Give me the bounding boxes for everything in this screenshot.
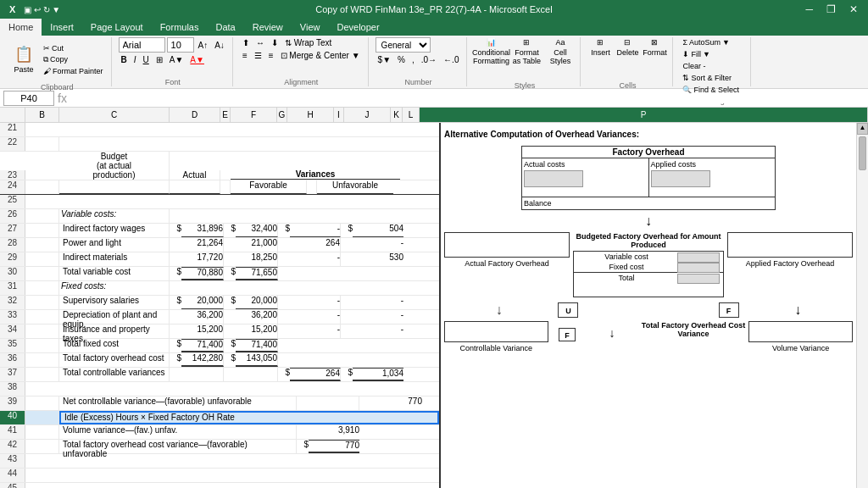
col-header-e[interactable]: E	[220, 108, 231, 122]
cell-37-favorable[interactable]: 264	[290, 368, 341, 381]
cell-34-s3[interactable]	[278, 324, 290, 338]
cell-23-c[interactable]: Budget(at actualproduction)	[59, 152, 170, 180]
cell-35-budget[interactable]: 71,400	[181, 339, 224, 352]
cell-30-budget[interactable]: 70,880	[181, 267, 224, 280]
scroll-up-button[interactable]: ▲	[857, 123, 868, 135]
cell-36-label[interactable]: Total factory overhead cost	[59, 353, 170, 367]
cell-26-b[interactable]	[25, 209, 59, 223]
cell-40-label[interactable]: Idle (Excess) Hours × Fixed Factory OH R…	[59, 411, 439, 424]
cell-35-rest[interactable]	[278, 339, 439, 352]
cell-27-dollar1[interactable]: $	[170, 224, 181, 237]
cell-39-s4[interactable]	[359, 396, 371, 410]
cell-32-actual[interactable]: 20,000	[236, 296, 278, 309]
cell-34-s1[interactable]	[170, 324, 181, 338]
cell-34-s4[interactable]	[341, 324, 353, 338]
cell-36-rest[interactable]	[278, 353, 439, 367]
cell-37-label[interactable]: Total controllable variances	[59, 368, 170, 381]
underline-button[interactable]: U	[141, 54, 152, 65]
formula-input[interactable]	[70, 93, 865, 103]
cell-26-rest[interactable]	[170, 209, 439, 223]
cell-29-s3[interactable]	[278, 252, 290, 266]
cell-28-label[interactable]: Power and light	[59, 238, 170, 252]
cell-35-b[interactable]	[25, 339, 59, 352]
cell-28-unfavorable[interactable]: -	[353, 238, 403, 252]
cell-28-s1[interactable]	[170, 238, 181, 252]
cell-36-budget[interactable]: 142,280	[181, 353, 224, 367]
wrap-text-button[interactable]: ⇅ Wrap Text	[282, 37, 334, 48]
col-header-l[interactable]: L	[403, 108, 420, 122]
cell-31-rest[interactable]	[170, 281, 439, 295]
cell-37-b[interactable]	[25, 368, 59, 381]
cell-37-budget[interactable]	[181, 368, 224, 381]
cell-28-b[interactable]	[25, 238, 59, 252]
cell-33-s2[interactable]	[224, 310, 236, 324]
cell-22-b[interactable]	[25, 137, 59, 151]
cut-button[interactable]: ✂ Cut	[41, 43, 106, 53]
align-top-button[interactable]: ⬆	[240, 37, 252, 48]
font-name-input[interactable]	[119, 37, 165, 53]
cell-30-rest[interactable]	[278, 267, 439, 280]
col-header-i[interactable]: I	[334, 108, 344, 122]
cell-29-s1[interactable]	[170, 252, 181, 266]
cell-23-variances[interactable]: Variances	[231, 169, 400, 180]
cell-29-b[interactable]	[25, 252, 59, 266]
comma-button[interactable]: ,	[409, 54, 417, 65]
conditional-formatting-button[interactable]: 📊Conditional Formatting	[474, 37, 508, 80]
cell-37-unfavorable[interactable]: 1,034	[353, 368, 403, 381]
cell-32-s4[interactable]	[341, 296, 353, 309]
cell-27-budget[interactable]: 31,896	[181, 224, 224, 237]
col-header-m-onwards[interactable]: P	[420, 108, 868, 122]
autosum-button[interactable]: Σ AutoSum ▼	[680, 37, 742, 47]
cell-41-label[interactable]: Volume variance—(fav.) unfav.	[59, 425, 297, 439]
percent-button[interactable]: %	[395, 54, 408, 65]
cell-32-s3[interactable]	[278, 296, 290, 309]
cell-30-actual[interactable]: 71,650	[236, 267, 278, 280]
cell-24-unfavorable[interactable]: Unfavorable	[317, 180, 393, 194]
cell-37-s3[interactable]: $	[278, 368, 290, 381]
cell-42-s4[interactable]: $	[297, 440, 309, 453]
cell-28-budget[interactable]: 21,264	[181, 238, 224, 252]
decrease-font-button[interactable]: A↓	[212, 40, 227, 51]
restore-button[interactable]: ❐	[823, 3, 839, 15]
copy-button[interactable]: ⧉ Copy	[41, 54, 106, 65]
cell-41-value[interactable]: 3,910	[309, 425, 359, 439]
tab-developer[interactable]: Developer	[328, 19, 387, 36]
col-header-c[interactable]: C	[59, 108, 170, 122]
cell-36-s2[interactable]: $	[224, 353, 236, 367]
cell-28-s3[interactable]	[278, 238, 290, 252]
tab-data[interactable]: Data	[207, 19, 243, 36]
cell-21[interactable]	[25, 123, 439, 136]
format-as-table-button[interactable]: ⊞Format as Table	[509, 37, 543, 80]
cell-29-actual[interactable]: 18,250	[236, 252, 278, 266]
col-header-g[interactable]: G	[277, 108, 287, 122]
cell-29-favorable[interactable]: -	[290, 252, 341, 266]
increase-decimal-button[interactable]: .0→	[419, 54, 439, 65]
paste-button[interactable]: 📋 Paste	[8, 37, 39, 81]
cell-37-s1[interactable]	[170, 368, 181, 381]
cell-32-s2[interactable]: $	[224, 296, 236, 309]
cell-23-d-actual[interactable]: Actual	[170, 170, 220, 180]
cell-33-s3[interactable]	[278, 310, 290, 324]
cell-42-label[interactable]: Total factory overhead cost variance—(fa…	[59, 440, 297, 453]
scroll-track[interactable]	[857, 135, 868, 488]
cell-28-favorable[interactable]: 264	[290, 238, 341, 252]
cell-42-b[interactable]	[25, 440, 59, 453]
cell-35-label[interactable]: Total fixed cost	[59, 339, 170, 352]
format-painter-button[interactable]: 🖌 Format Painter	[41, 66, 106, 76]
cell-32-unfavorable[interactable]: -	[353, 296, 403, 309]
cell-29-s2[interactable]	[224, 252, 236, 266]
scroll-thumb[interactable]	[859, 136, 866, 170]
cell-27-label[interactable]: Indirect factory wages	[59, 224, 170, 237]
col-header-f[interactable]: F	[231, 108, 277, 122]
cell-26-variable-costs[interactable]: Variable costs:	[59, 209, 170, 223]
cell-43[interactable]	[25, 454, 439, 468]
cell-32-favorable[interactable]: -	[290, 296, 341, 309]
col-header-d[interactable]: D	[170, 108, 220, 122]
cell-41-s4[interactable]	[297, 425, 309, 439]
align-center-button[interactable]: ☰	[252, 50, 264, 61]
font-size-input[interactable]	[167, 37, 194, 53]
cell-29-s4[interactable]	[341, 252, 353, 266]
tab-review[interactable]: Review	[244, 19, 292, 36]
align-bottom-button[interactable]: ⬇	[269, 37, 281, 48]
cell-39-favorable[interactable]	[309, 396, 359, 410]
